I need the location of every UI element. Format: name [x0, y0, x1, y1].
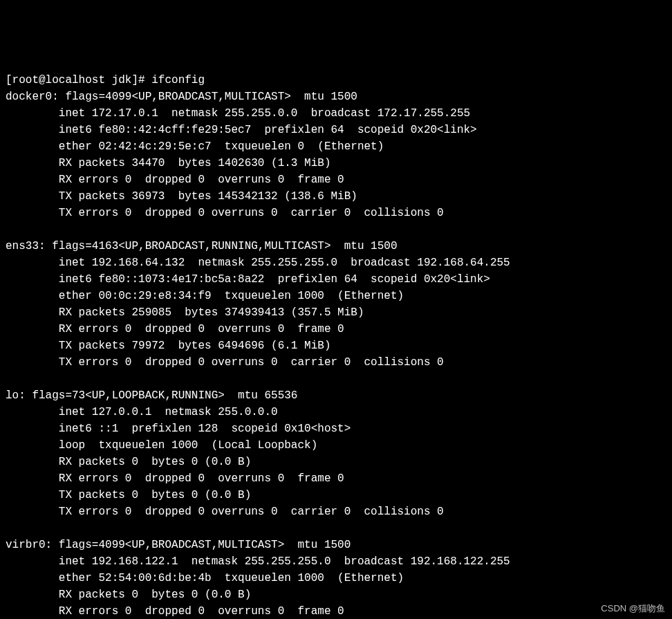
watermark-text: CSDN @猫吻鱼: [601, 602, 665, 616]
terminal-output: [root@localhost jdk]# ifconfig docker0: …: [6, 72, 666, 619]
